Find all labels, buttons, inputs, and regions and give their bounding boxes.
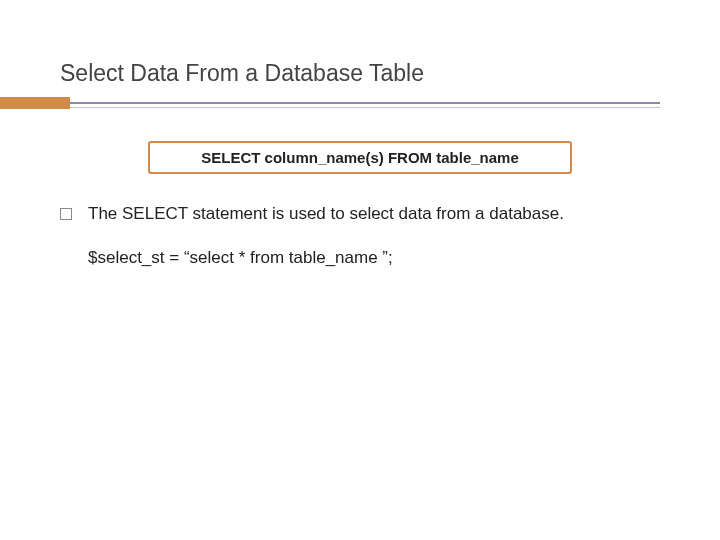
title-rule	[0, 97, 660, 111]
page-title: Select Data From a Database Table	[60, 60, 660, 87]
bullet-row: The SELECT statement is used to select d…	[60, 204, 660, 224]
code-line: $select_st = “select * from table_name ”…	[88, 248, 660, 268]
rule-accent	[0, 97, 70, 109]
rule-line-bottom	[70, 107, 660, 108]
syntax-text: SELECT column_name(s) FROM table_name	[201, 149, 519, 166]
syntax-box: SELECT column_name(s) FROM table_name	[148, 141, 572, 174]
square-bullet-icon	[60, 208, 72, 220]
rule-line-top	[70, 102, 660, 104]
bullet-text: The SELECT statement is used to select d…	[88, 204, 564, 224]
